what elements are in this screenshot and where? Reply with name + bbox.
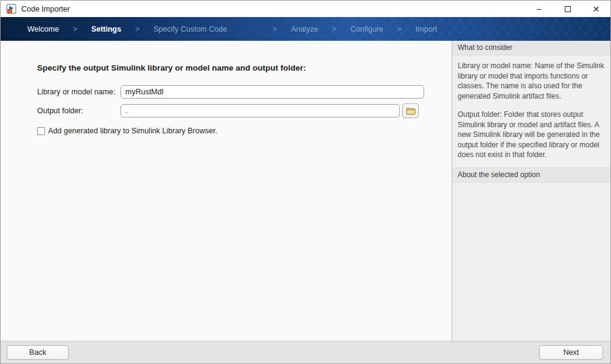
breadcrumb-step-settings[interactable]: Settings	[91, 25, 121, 33]
what-to-consider-section: What to consider Library or model name: …	[452, 41, 610, 167]
what-to-consider-header: What to consider	[452, 41, 610, 55]
library-name-help-text: Library or model name: Name of the Simul…	[458, 61, 605, 101]
minimize-button[interactable]: –	[525, 1, 553, 17]
main-panel: Specify the output Simulink library or m…	[1, 41, 452, 341]
add-library-checkbox-row: Add generated library to Simulink Librar…	[37, 127, 452, 135]
sidebar-empty-area	[452, 183, 610, 341]
chevron-separator-icon: >	[135, 25, 139, 33]
breadcrumb-step-welcome[interactable]: Welcome	[27, 25, 59, 33]
maximize-button[interactable]	[553, 1, 582, 17]
about-selected-option-header: About the selected option	[452, 167, 610, 183]
browse-folder-button[interactable]	[402, 103, 419, 118]
wizard-footer: Back Next	[1, 341, 610, 363]
breadcrumb-step-import: Import	[416, 25, 437, 33]
chevron-separator-icon: >	[332, 25, 337, 33]
simulink-model-icon	[6, 4, 16, 14]
output-folder-help-text: Output folder: Folder that stores output…	[458, 110, 605, 160]
next-button[interactable]: Next	[539, 345, 603, 360]
help-sidebar: What to consider Library or model name: …	[452, 41, 610, 341]
add-library-checkbox[interactable]	[37, 127, 45, 135]
breadcrumb-step-analyze: Analyze	[291, 25, 318, 33]
close-button[interactable]: ✕	[582, 1, 610, 17]
window-title: Code Importer	[21, 5, 525, 13]
code-importer-window: Code Importer – ✕ Welcome > Settings > S…	[0, 0, 611, 364]
output-folder-input[interactable]	[120, 104, 400, 117]
library-name-label: Library or model name:	[37, 88, 120, 96]
library-name-row: Library or model name:	[37, 85, 452, 99]
about-selected-option-section: About the selected option	[452, 167, 610, 183]
library-name-input[interactable]	[120, 85, 424, 99]
output-folder-label: Output folder:	[37, 107, 120, 115]
chevron-separator-icon: >	[73, 25, 77, 33]
minimize-icon: –	[537, 4, 541, 13]
page-title: Specify the output Simulink library or m…	[37, 63, 452, 72]
close-icon: ✕	[593, 4, 600, 14]
chevron-separator-icon: >	[273, 25, 277, 33]
breadcrumb-step-configure: Configure	[351, 25, 383, 33]
add-library-checkbox-label: Add generated library to Simulink Librar…	[48, 127, 217, 135]
folder-icon	[406, 107, 416, 115]
back-button[interactable]: Back	[7, 345, 69, 360]
breadcrumb-step-specify-custom-code: Specify Custom Code	[153, 25, 227, 33]
output-folder-row: Output folder:	[37, 103, 452, 118]
chevron-separator-icon: >	[397, 25, 402, 33]
wizard-breadcrumb: Welcome > Settings > Specify Custom Code…	[1, 17, 610, 41]
titlebar: Code Importer – ✕	[1, 1, 610, 17]
window-controls: – ✕	[525, 1, 610, 17]
maximize-icon	[565, 6, 571, 12]
